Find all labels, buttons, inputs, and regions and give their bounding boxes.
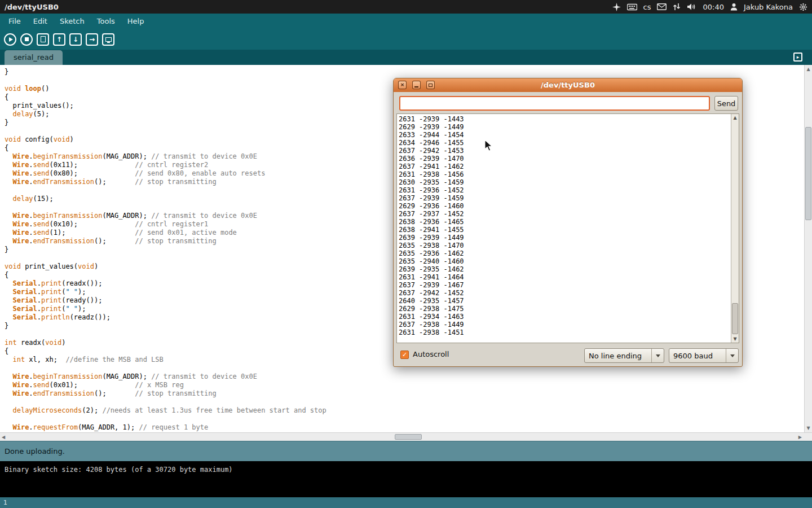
serial-output-line: 2638 -2941 -1455 <box>399 226 730 234</box>
network-arrows-icon[interactable] <box>673 3 681 11</box>
serial-send-input[interactable] <box>399 96 710 111</box>
stop-button[interactable] <box>20 33 33 46</box>
serial-output-line: 2638 -2936 -1465 <box>399 218 730 226</box>
scroll-left-icon[interactable]: ◀ <box>2 435 5 440</box>
current-line-number: 1 <box>3 499 7 506</box>
line-ending-select[interactable]: No line ending <box>584 348 664 363</box>
menu-sketch[interactable]: Sketch <box>54 14 91 28</box>
editor-hscroll-thumb[interactable] <box>395 434 422 440</box>
chevron-down-icon <box>730 354 735 357</box>
mail-icon[interactable] <box>657 3 667 10</box>
line-number-bar: 1 <box>0 497 812 508</box>
clock[interactable]: 00:40 <box>703 3 723 11</box>
maximize-button[interactable] <box>426 81 435 89</box>
serial-output-line: 2635 -2936 -1462 <box>399 249 730 257</box>
down-arrow-icon: ↓ <box>73 36 78 43</box>
volume-icon[interactable] <box>687 3 696 11</box>
editor-vertical-scrollbar[interactable]: ▲ ▼ <box>804 65 812 432</box>
serial-monitor-button[interactable] <box>102 33 114 46</box>
serial-output-line: 2631 -2938 -1456 <box>399 170 730 178</box>
menu-file[interactable]: File <box>2 14 27 28</box>
serial-output-line: 2639 -2939 -1449 <box>399 234 730 242</box>
keyboard-icon[interactable] <box>627 3 637 11</box>
screen: /dev/ttyUSB0 cs 00:40 Jakub Kakona File … <box>0 0 812 508</box>
menu-edit[interactable]: Edit <box>27 14 54 28</box>
serial-output-line: 2640 -2935 -1457 <box>399 297 730 305</box>
serial-window-title: /dev/ttyUSB0 <box>394 78 742 92</box>
baud-dropdown-button[interactable] <box>726 349 738 362</box>
serial-scroll-up-icon[interactable]: ▲ <box>731 115 739 120</box>
top-panel: /dev/ttyUSB0 cs 00:40 Jakub Kakona <box>0 0 812 14</box>
serial-window-titlebar[interactable]: /dev/ttyUSB0 × <box>394 78 742 92</box>
open-button[interactable]: ↑ <box>53 33 65 46</box>
user-icon[interactable] <box>730 3 738 11</box>
code-line: Wire.requestFrom(MAG_ADDR, 1); // reques… <box>5 423 804 432</box>
scroll-down-icon[interactable]: ▼ <box>805 426 812 431</box>
stop-icon <box>25 37 29 41</box>
window-title: /dev/ttyUSB0 <box>5 3 59 11</box>
build-console: Binary sketch size: 4208 bytes (of a 307… <box>0 461 812 497</box>
upload-button[interactable]: → <box>86 33 98 46</box>
chevron-down-icon <box>656 354 660 357</box>
editor-vscroll-thumb[interactable] <box>805 127 811 220</box>
serial-output-line: 2637 -2941 -1462 <box>399 163 730 170</box>
menu-help[interactable]: Help <box>121 14 151 28</box>
scroll-right-icon[interactable]: ▶ <box>798 435 802 440</box>
serial-scroll-down-icon[interactable]: ▼ <box>731 336 739 341</box>
close-button[interactable]: × <box>398 81 407 89</box>
save-button[interactable]: ↓ <box>69 33 82 46</box>
serial-scroll-thumb[interactable] <box>732 303 738 334</box>
minimize-button[interactable] <box>412 81 421 89</box>
window-buttons: × <box>398 81 435 89</box>
serial-output-line: 2635 -2940 -1460 <box>399 257 730 265</box>
serial-output-lines: 2631 -2939 -14432629 -2939 -14492633 -29… <box>397 114 730 343</box>
code-line <box>5 415 804 423</box>
scroll-up-icon[interactable]: ▲ <box>805 67 812 72</box>
serial-output-line: 2633 -2944 -1454 <box>399 131 730 139</box>
serial-output-line: 2637 -2942 -1452 <box>399 289 730 297</box>
menu-tools[interactable]: Tools <box>91 14 121 28</box>
tab-menu-arrow-icon: ▸ <box>797 54 800 60</box>
tab-menu-button[interactable]: ▸ <box>793 52 802 62</box>
play-icon <box>9 37 13 42</box>
serial-monitor-window: /dev/ttyUSB0 × Send 2631 -2939 -14432629… <box>393 78 743 367</box>
code-line: } <box>5 68 804 76</box>
editor-horizontal-scrollbar[interactable]: ◀ ▶ <box>0 432 812 441</box>
serial-output-line: 2637 -2939 -1467 <box>399 281 730 289</box>
user-name[interactable]: Jakub Kakona <box>744 3 793 11</box>
baud-rate-value: 9600 baud <box>669 349 726 362</box>
send-button[interactable]: Send <box>714 96 738 111</box>
autoscroll-label[interactable]: Autoscroll <box>413 350 449 358</box>
autoscroll-checkbox[interactable]: ✓ <box>400 351 409 359</box>
verify-button[interactable] <box>4 33 16 46</box>
serial-output-line: 2637 -2937 -1452 <box>399 210 730 218</box>
system-tray: cs 00:40 Jakub Kakona <box>612 3 807 11</box>
serial-output-area[interactable]: 2631 -2939 -14432629 -2939 -14492633 -29… <box>396 113 739 343</box>
baud-rate-select[interactable]: 9600 baud <box>669 348 739 363</box>
session-gear-icon[interactable] <box>799 3 807 11</box>
code-line <box>5 398 804 406</box>
keyboard-layout-label[interactable]: cs <box>643 3 651 11</box>
serial-scrollbar[interactable]: ▲ ▼ <box>731 114 739 343</box>
serial-output-line: 2629 -2936 -1460 <box>399 202 730 210</box>
serial-output-line: 2634 -2946 -1455 <box>399 139 730 147</box>
right-arrow-icon: → <box>89 36 95 43</box>
serial-output-line: 2631 -2934 -1463 <box>399 313 730 321</box>
serial-output-line: 2635 -2938 -1470 <box>399 242 730 249</box>
serial-monitor-icon <box>105 37 112 42</box>
line-ending-dropdown-button[interactable] <box>651 349 664 362</box>
tab-serial-read[interactable]: serial_read <box>5 50 63 65</box>
code-line: Wire.endTransmission(); // stop transmit… <box>5 389 804 398</box>
new-sketch-button[interactable] <box>37 33 49 46</box>
serial-output-line: 2629 -2938 -1475 <box>399 305 730 313</box>
serial-output-line: 2631 -2938 -1451 <box>399 329 730 336</box>
indicator-star-icon[interactable] <box>612 3 621 11</box>
code-line: Wire.beginTransmission(MAG_ADDR); // tra… <box>5 373 804 381</box>
serial-output-line: 2630 -2935 -1459 <box>399 178 730 186</box>
toolbar: ↑ ↓ → <box>0 29 812 50</box>
code-line: delayMicroseconds(2); //needs at least 1… <box>5 406 804 415</box>
status-message: Done uploading. <box>5 447 65 456</box>
code-line: Wire.send(0x01); // x MSB reg <box>5 381 804 389</box>
serial-output-line: 2637 -2938 -1449 <box>399 321 730 329</box>
line-ending-value: No line ending <box>585 349 651 362</box>
